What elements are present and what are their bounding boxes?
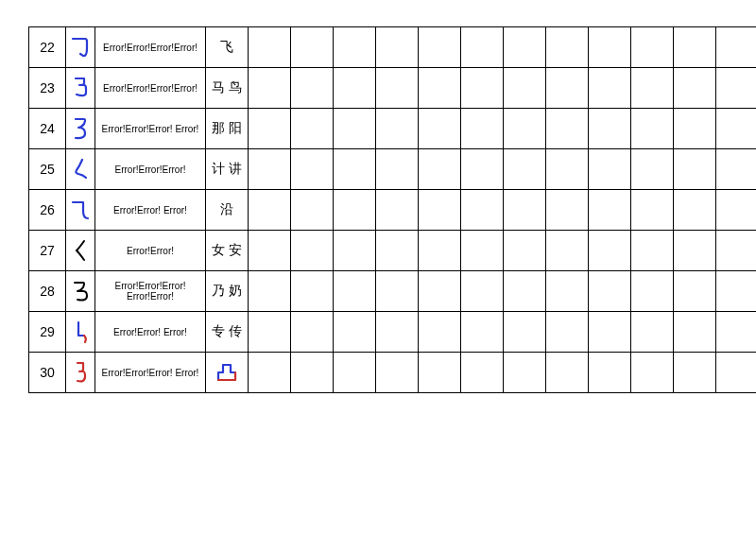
blank-cell xyxy=(419,353,461,393)
blank-cell xyxy=(334,27,376,68)
blank-cell xyxy=(376,353,419,393)
blank-cell xyxy=(249,190,291,231)
blank-cell xyxy=(674,312,716,353)
blank-cell xyxy=(249,27,291,68)
blank-cell xyxy=(631,271,674,312)
example-cell: 飞 xyxy=(206,27,249,68)
desc-cell: Error!Error! xyxy=(95,231,206,271)
blank-cell xyxy=(504,68,546,109)
blank-cell xyxy=(674,353,716,393)
blank-cell xyxy=(589,68,631,109)
stroke-cell xyxy=(66,27,95,68)
example-cell: 马 鸟 xyxy=(206,68,249,109)
stroke-25-icon xyxy=(70,157,91,181)
blank-cell xyxy=(504,271,546,312)
blank-cell xyxy=(461,271,504,312)
blank-cell xyxy=(376,231,419,271)
table-row: 28 Error!Error!Error! Error!Error! 乃 奶 xyxy=(29,271,757,312)
blank-cell xyxy=(546,68,589,109)
blank-cell xyxy=(376,68,419,109)
blank-cell xyxy=(376,109,419,149)
row-number: 28 xyxy=(29,271,66,312)
blank-cell xyxy=(334,353,376,393)
blank-cell xyxy=(334,149,376,190)
blank-cell xyxy=(376,27,419,68)
desc-cell: Error!Error!Error!Error! xyxy=(95,27,206,68)
blank-cell xyxy=(376,271,419,312)
stroke-cell xyxy=(66,68,95,109)
example-cell: 女 安 xyxy=(206,231,249,271)
blank-cell xyxy=(546,27,589,68)
blank-cell xyxy=(376,149,419,190)
blank-cell xyxy=(589,271,631,312)
blank-cell xyxy=(716,27,757,68)
blank-cell xyxy=(674,68,716,109)
blank-cell xyxy=(631,190,674,231)
blank-cell xyxy=(334,68,376,109)
stroke-cell xyxy=(66,231,95,271)
blank-cell xyxy=(716,68,757,109)
blank-cell xyxy=(461,27,504,68)
blank-cell xyxy=(716,353,757,393)
table-row: 24 Error!Error!Error! Error! 那 阳 xyxy=(29,109,757,149)
blank-cell xyxy=(674,190,716,231)
blank-cell xyxy=(419,149,461,190)
blank-cell xyxy=(376,312,419,353)
blank-cell xyxy=(589,353,631,393)
stroke-cell xyxy=(66,271,95,312)
blank-cell xyxy=(334,271,376,312)
blank-cell xyxy=(589,27,631,68)
blank-cell xyxy=(419,190,461,231)
blank-cell xyxy=(376,190,419,231)
example-cell: 沿 xyxy=(206,190,249,231)
blank-cell xyxy=(631,109,674,149)
blank-cell xyxy=(334,109,376,149)
blank-cell xyxy=(334,190,376,231)
blank-cell xyxy=(461,312,504,353)
example-cell xyxy=(206,353,249,393)
stroke-24-icon xyxy=(70,116,91,141)
row-number: 29 xyxy=(29,312,66,353)
blank-cell xyxy=(589,109,631,149)
blank-cell xyxy=(716,109,757,149)
stroke-cell xyxy=(66,109,95,149)
desc-cell: Error!Error!Error!Error! xyxy=(95,68,206,109)
blank-cell xyxy=(546,190,589,231)
row-number: 22 xyxy=(29,27,66,68)
stroke-cell xyxy=(66,149,95,190)
blank-cell xyxy=(461,68,504,109)
blank-cell xyxy=(419,231,461,271)
blank-cell xyxy=(249,149,291,190)
stroke-cell xyxy=(66,312,95,353)
stroke-23-icon xyxy=(70,76,91,100)
blank-cell xyxy=(716,271,757,312)
blank-cell xyxy=(461,353,504,393)
blank-cell xyxy=(504,312,546,353)
blank-cell xyxy=(461,231,504,271)
blank-cell xyxy=(249,68,291,109)
table-row: 27 Error!Error! 女 安 xyxy=(29,231,757,271)
desc-cell: Error!Error!Error! Error! xyxy=(95,353,206,393)
blank-cell xyxy=(674,27,716,68)
desc-cell: Error!Error!Error! Error!Error! xyxy=(95,271,206,312)
blank-cell xyxy=(631,68,674,109)
stroke-26-icon xyxy=(70,198,91,222)
blank-cell xyxy=(546,353,589,393)
blank-cell xyxy=(249,271,291,312)
table-row: 26 Error!Error! Error! 沿 xyxy=(29,190,757,231)
blank-cell xyxy=(504,149,546,190)
blank-cell xyxy=(674,271,716,312)
blank-cell xyxy=(334,231,376,271)
blank-cell xyxy=(631,27,674,68)
blank-cell xyxy=(504,109,546,149)
blank-cell xyxy=(291,27,334,68)
blank-cell xyxy=(546,231,589,271)
blank-cell xyxy=(249,353,291,393)
blank-cell xyxy=(546,271,589,312)
blank-cell xyxy=(249,231,291,271)
blank-cell xyxy=(589,190,631,231)
row-number: 23 xyxy=(29,68,66,109)
table-row: 29 Error!Error! Error! 专 传 xyxy=(29,312,757,353)
blank-cell xyxy=(249,312,291,353)
blank-cell xyxy=(631,312,674,353)
